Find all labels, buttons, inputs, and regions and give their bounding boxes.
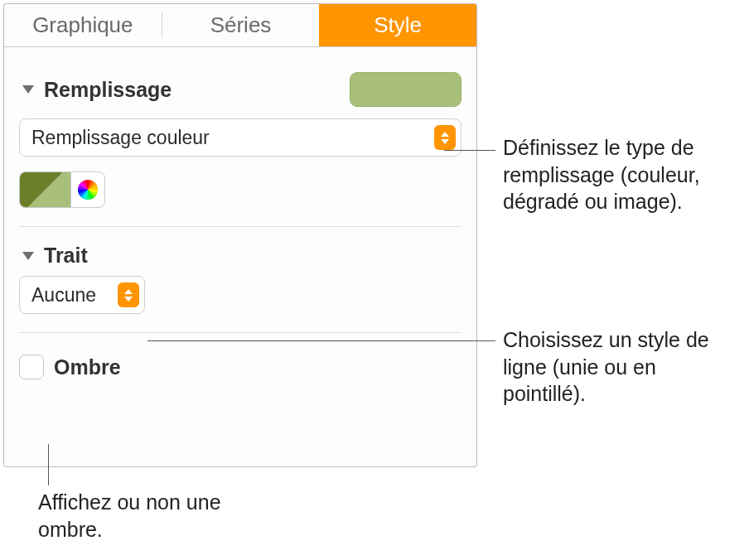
leader-line: [444, 150, 495, 151]
shadow-checkbox[interactable]: [19, 355, 44, 379]
popup-label: Aucune: [31, 284, 118, 307]
fill-color-well[interactable]: [19, 171, 70, 208]
panel-body: Remplissage Remplissage couleur: [4, 47, 476, 379]
shadow-label: Ombre: [54, 355, 121, 379]
leader-line: [147, 340, 495, 341]
popup-label: Remplissage couleur: [31, 127, 434, 149]
section-header-stroke[interactable]: Trait: [19, 227, 461, 276]
callout-line: Choisissez un style de ligne (unie ou en…: [503, 326, 735, 408]
section-title-stroke: Trait: [44, 244, 88, 268]
tab-graphique[interactable]: Graphique: [4, 4, 162, 46]
leader-line: [48, 444, 49, 485]
section-title-fill: Remplissage: [44, 78, 172, 102]
color-picker-row: [19, 171, 461, 208]
disclosure-triangle-icon: [22, 252, 34, 260]
fill-type-popup[interactable]: Remplissage couleur: [19, 118, 461, 157]
popup-stepper-icon: [434, 125, 456, 150]
fill-color-swatch[interactable]: [350, 72, 461, 107]
color-wheel-icon: [78, 180, 98, 200]
callout-fill: Définissez le type de remplissage (coule…: [503, 134, 735, 215]
section-stroke: Trait Aucune: [19, 227, 461, 333]
color-wheel-button[interactable]: [70, 171, 105, 208]
tab-style[interactable]: Style: [319, 4, 476, 46]
tab-label: Style: [374, 12, 422, 38]
section-header-fill[interactable]: Remplissage: [19, 56, 461, 118]
tab-bar: Graphique Séries Style: [4, 4, 476, 47]
callout-shadow: Affichez ou non une ombre.: [38, 489, 254, 543]
tab-label: Séries: [210, 12, 272, 38]
tab-label: Graphique: [32, 12, 133, 38]
tab-series[interactable]: Séries: [162, 4, 320, 46]
stroke-style-popup[interactable]: Aucune: [19, 276, 145, 314]
popup-stepper-icon: [118, 282, 139, 307]
inspector-panel: Graphique Séries Style Remplissage Rempl…: [3, 3, 477, 467]
disclosure-triangle-icon: [22, 85, 34, 94]
section-fill: Remplissage Remplissage couleur: [19, 56, 461, 227]
